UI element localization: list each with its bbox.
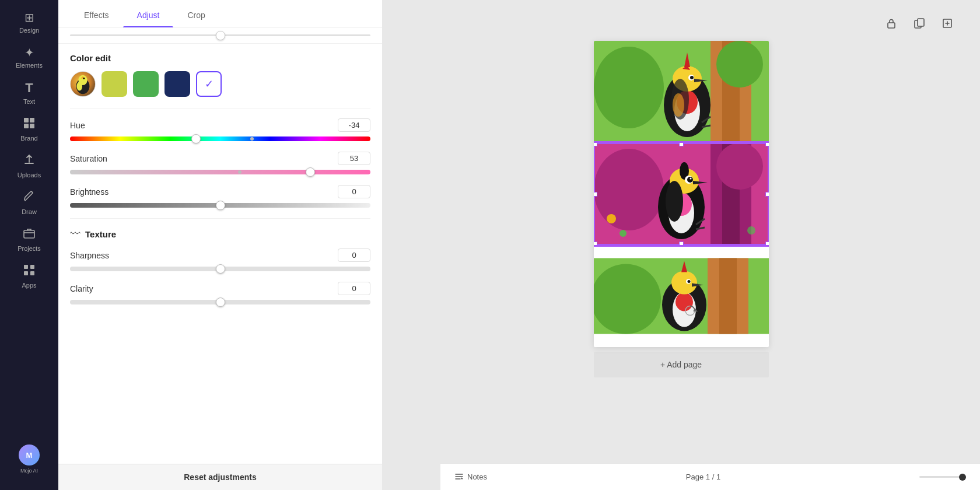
svg-rect-59 [719, 258, 737, 334]
top-slider-track[interactable] [70, 34, 370, 36]
swatch-yellowgreen[interactable] [102, 71, 127, 97]
brand-icon [23, 117, 36, 132]
divider-1 [70, 108, 370, 109]
bird-image-3[interactable] [594, 245, 769, 347]
copy-button[interactable] [910, 14, 929, 33]
svg-rect-6 [30, 265, 34, 269]
sharp-slider-track[interactable] [70, 267, 370, 271]
tab-adjust[interactable]: Adjust [123, 5, 174, 27]
hue-slider-thumb[interactable] [191, 134, 201, 144]
svg-point-31 [690, 76, 694, 79]
add-page-area-button[interactable]: + Add page [594, 352, 769, 377]
sharp-slider-thumb[interactable] [216, 264, 225, 274]
svg-rect-8 [30, 271, 34, 275]
sat-secondary-indicator [238, 170, 242, 174]
svg-point-22 [594, 47, 664, 128]
svg-point-13 [83, 78, 85, 79]
sidebar-item-label: Draw [22, 208, 37, 215]
texture-title: Texture [85, 229, 116, 239]
projects-icon [23, 227, 36, 243]
elements-icon: ✦ [24, 46, 34, 60]
lock-button[interactable] [882, 14, 901, 33]
sharpness-adjust-row: Sharpness [70, 249, 370, 271]
add-page-button[interactable] [938, 14, 957, 33]
swatch-selected[interactable]: ✓ [196, 71, 222, 97]
clarity-value-input[interactable] [338, 282, 370, 295]
saturation-adjust-row: Saturation [70, 152, 370, 174]
page-indicator: Page 1 / 1 [686, 473, 720, 481]
sidebar-item-label: Brand [20, 135, 37, 142]
texture-icon: 〰 [70, 228, 80, 240]
color-edit-section: Color edit [70, 53, 370, 97]
saturation-value-input[interactable] [338, 152, 370, 165]
sidebar: ⊞ Design ✦ Elements T Text Brand Uploads [0, 0, 58, 490]
user-initials: M [26, 451, 33, 460]
svg-point-43 [620, 230, 626, 237]
svg-rect-4 [24, 230, 34, 238]
adjustment-panel: Effects Adjust Crop Color edit [58, 0, 382, 490]
checkmark-icon: ✓ [205, 78, 214, 90]
clarity-slider-track[interactable] [70, 300, 370, 304]
svg-rect-1 [30, 118, 34, 123]
design-icon: ⊞ [24, 10, 34, 24]
svg-point-44 [747, 226, 755, 235]
sidebar-item-text[interactable]: T Text [0, 75, 58, 111]
svg-point-34 [673, 93, 684, 117]
bright-slider-thumb[interactable] [216, 201, 225, 210]
canvas-area: ↺ [382, 0, 980, 490]
divider-2 [70, 218, 370, 219]
texture-section: 〰 Texture Sharpness Clarity [70, 228, 370, 304]
clarity-adjust-row: Clarity [70, 282, 370, 304]
svg-point-52 [690, 178, 691, 180]
tab-effects[interactable]: Effects [70, 5, 123, 27]
bird-image-1[interactable] [594, 41, 769, 143]
hue-slider-track[interactable] [70, 136, 370, 141]
sidebar-item-projects[interactable]: Projects [0, 221, 58, 258]
svg-rect-2 [24, 124, 29, 128]
hue-value-input[interactable] [338, 118, 370, 132]
bird-image-2-selected[interactable]: ↺ [594, 143, 769, 245]
page-card: ↺ [594, 41, 769, 347]
sidebar-item-uploads[interactable]: Uploads [0, 148, 58, 184]
sidebar-item-label: Apps [22, 282, 36, 289]
svg-point-41 [716, 143, 763, 190]
svg-point-60 [594, 264, 661, 334]
sidebar-item-label: Uploads [18, 172, 41, 178]
brightness-value-input[interactable] [338, 185, 370, 198]
sidebar-item-elements[interactable]: ✦ Elements [0, 40, 58, 75]
tabs-row: Effects Adjust Crop [58, 0, 382, 27]
text-icon: T [25, 80, 33, 96]
sidebar-item-draw[interactable]: Draw [0, 184, 58, 221]
clarity-slider-thumb[interactable] [216, 298, 225, 307]
svg-rect-7 [24, 271, 28, 275]
svg-rect-0 [24, 118, 29, 123]
zoom-slider-track[interactable] [919, 476, 966, 478]
notes-icon [454, 473, 464, 482]
sidebar-item-label: Text [23, 98, 35, 105]
top-slider-thumb[interactable] [216, 31, 225, 40]
svg-point-14 [77, 82, 83, 90]
sidebar-item-user[interactable]: M Mojo AI [19, 439, 40, 480]
bright-slider-track[interactable] [70, 203, 370, 208]
hue-adjust-row: Hue [70, 118, 370, 141]
zoom-control [919, 476, 966, 478]
svg-point-23 [716, 41, 763, 88]
sat-slider-track[interactable] [70, 170, 370, 174]
sidebar-item-brand[interactable]: Brand [0, 111, 58, 148]
reset-adjustments-button[interactable]: Reset adjustments [58, 464, 382, 490]
sharpness-label: Sharpness [70, 251, 109, 260]
svg-point-42 [607, 214, 616, 223]
swatch-green[interactable] [133, 71, 159, 97]
zoom-slider-thumb[interactable] [959, 474, 966, 481]
sat-slider-thumb[interactable] [306, 167, 315, 177]
swatch-darkblue[interactable] [164, 71, 190, 97]
panel-bottom-spacer [70, 315, 370, 338]
sidebar-item-apps[interactable]: Apps [0, 258, 58, 295]
swatch-bird[interactable] [70, 71, 96, 97]
tab-crop[interactable]: Crop [173, 5, 219, 27]
sharpness-value-input[interactable] [338, 249, 370, 262]
sidebar-item-design[interactable]: ⊞ Design [0, 5, 58, 40]
notes-button[interactable]: Notes [454, 473, 487, 482]
brightness-adjust-row: Brightness [70, 185, 370, 208]
hue-label: Hue [70, 121, 85, 130]
